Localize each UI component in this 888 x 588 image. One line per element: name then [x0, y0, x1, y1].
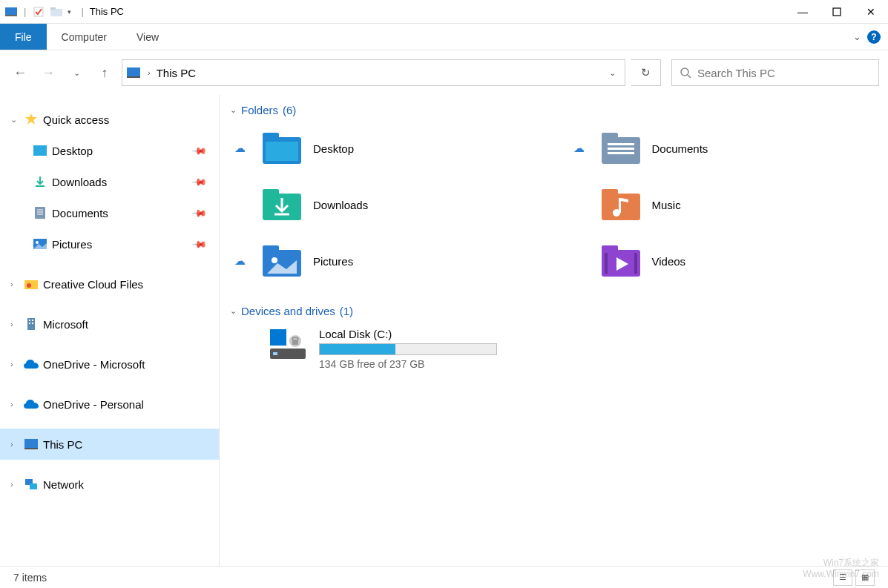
navigation-pane: ⌄ Quick access Desktop 📌 Downloads 📌 Doc — [0, 95, 220, 566]
cloud-status-icon: ☁ — [234, 254, 251, 268]
refresh-button[interactable]: ↻ — [631, 59, 661, 86]
ribbon-collapse-chevron[interactable]: ⌄ — [853, 31, 861, 42]
chevron-down-icon: ⌄ — [230, 306, 237, 316]
minimize-button[interactable]: — — [786, 0, 820, 24]
close-button[interactable]: ✕ — [854, 0, 888, 24]
sidebar-pictures[interactable]: Pictures 📌 — [0, 228, 219, 260]
up-button[interactable]: ↑ — [93, 62, 116, 84]
sidebar-quick-access[interactable]: ⌄ Quick access — [0, 104, 219, 135]
details-view-toggle[interactable]: ☰ — [833, 569, 852, 586]
videos-folder-icon — [600, 244, 642, 278]
sidebar-creative-cloud[interactable]: › Creative Cloud Files — [0, 268, 219, 300]
pin-icon[interactable]: 📌 — [191, 174, 208, 190]
sidebar-documents[interactable]: Documents 📌 — [0, 197, 219, 228]
forward-button[interactable]: → — [37, 62, 59, 84]
devices-group-header[interactable]: ⌄ Devices and drives (1) — [230, 305, 878, 317]
sidebar-microsoft[interactable]: › Microsoft — [0, 308, 219, 340]
music-folder-icon — [600, 188, 642, 222]
drive-local-disk-c[interactable]: Local Disk (C:) 134 GB free of 237 GB — [230, 328, 878, 370]
pin-icon[interactable]: 📌 — [191, 205, 208, 221]
file-tab[interactable]: File — [0, 24, 47, 50]
window-controls: — ✕ — [786, 0, 888, 24]
svg-rect-24 — [32, 323, 33, 324]
svg-rect-11 — [33, 145, 47, 156]
desktop-icon — [33, 143, 47, 158]
titlebar: | ▾ | This PC — ✕ — [0, 0, 888, 24]
sidebar-onedrive-personal[interactable]: › OneDrive - Personal — [0, 389, 219, 420]
svg-rect-21 — [29, 320, 30, 321]
address-crumb[interactable]: This PC — [157, 67, 196, 79]
pin-icon[interactable]: 📌 — [191, 236, 208, 252]
drive-capacity-bar — [319, 343, 497, 355]
icons-view-toggle[interactable]: ▦ — [855, 569, 875, 586]
svg-rect-47 — [602, 245, 618, 253]
folder-documents[interactable]: ☁ Documents — [569, 127, 878, 170]
chevron-right-icon[interactable]: › — [145, 68, 154, 77]
pin-icon[interactable]: 📌 — [191, 142, 208, 159]
maximize-button[interactable] — [820, 0, 854, 24]
drive-name: Local Disk (C:) — [319, 328, 497, 340]
computer-tab[interactable]: Computer — [47, 24, 122, 50]
folders-group-header[interactable]: ⌄ Folders (6) — [230, 104, 878, 116]
chevron-down-icon: ⌄ — [230, 105, 237, 115]
folder-downloads[interactable]: Downloads — [230, 183, 539, 226]
svg-rect-31 — [266, 142, 298, 161]
search-box[interactable] — [671, 59, 879, 86]
sidebar-desktop[interactable]: Desktop 📌 — [0, 135, 219, 166]
onedrive-icon — [24, 397, 39, 412]
chevron-right-icon[interactable]: › — [10, 360, 19, 369]
folder-music[interactable]: Music — [569, 183, 878, 226]
chevron-right-icon[interactable]: › — [10, 400, 19, 409]
separator: | — [24, 6, 26, 17]
window-title: This PC — [90, 6, 124, 17]
chevron-right-icon[interactable]: › — [10, 440, 19, 449]
sidebar-item-label: Downloads — [52, 176, 107, 188]
search-input[interactable] — [697, 67, 871, 79]
svg-rect-23 — [29, 323, 30, 324]
svg-line-9 — [688, 75, 691, 78]
address-dropdown[interactable]: ⌄ — [603, 68, 622, 78]
this-pc-icon — [125, 65, 142, 81]
sidebar-network[interactable]: › Network — [0, 469, 219, 500]
drive-icon — [267, 328, 309, 362]
chevron-down-icon[interactable]: ⌄ — [10, 115, 19, 125]
creative-cloud-icon — [24, 277, 39, 291]
svg-rect-44 — [263, 245, 279, 253]
chevron-right-icon[interactable]: › — [10, 480, 19, 489]
svg-rect-49 — [634, 253, 637, 274]
folder-videos[interactable]: Videos — [569, 240, 878, 283]
sidebar-item-label: This PC — [43, 438, 82, 451]
qat-dropdown[interactable]: ▾ — [68, 8, 75, 16]
help-button[interactable]: ? — [867, 30, 881, 44]
address-bar[interactable]: › This PC ⌄ — [122, 59, 625, 86]
sidebar-item-label: Pictures — [52, 238, 92, 251]
svg-point-45 — [272, 257, 277, 263]
svg-rect-20 — [27, 318, 35, 330]
svg-rect-12 — [35, 207, 45, 219]
group-title: Folders — [241, 104, 278, 116]
svg-rect-58 — [278, 337, 286, 345]
view-tab[interactable]: View — [122, 24, 174, 50]
chevron-right-icon[interactable]: › — [10, 320, 19, 328]
chevron-right-icon[interactable]: › — [10, 280, 19, 288]
sidebar-onedrive-microsoft[interactable]: › OneDrive - Microsoft — [0, 348, 219, 380]
sidebar-this-pc[interactable]: › This PC — [0, 429, 219, 460]
folder-pictures[interactable]: ☁ Pictures — [230, 240, 539, 283]
downloads-icon — [33, 174, 47, 189]
folder-qat-icon[interactable] — [50, 5, 63, 19]
svg-rect-3 — [50, 9, 62, 16]
folder-desktop[interactable]: ☁ Desktop — [230, 127, 539, 170]
folder-label: Documents — [652, 142, 708, 155]
svg-rect-25 — [24, 439, 38, 448]
drive-capacity-fill — [320, 344, 395, 354]
sidebar-downloads[interactable]: Downloads 📌 — [0, 166, 219, 197]
svg-rect-22 — [32, 320, 33, 321]
documents-icon — [33, 205, 47, 220]
check-icon[interactable] — [32, 5, 45, 19]
history-dropdown[interactable]: ⌄ — [65, 62, 88, 84]
folder-label: Desktop — [313, 142, 354, 155]
folder-label: Videos — [652, 255, 686, 268]
svg-rect-34 — [608, 143, 634, 145]
back-button[interactable]: ← — [9, 62, 31, 84]
svg-rect-33 — [602, 133, 618, 140]
